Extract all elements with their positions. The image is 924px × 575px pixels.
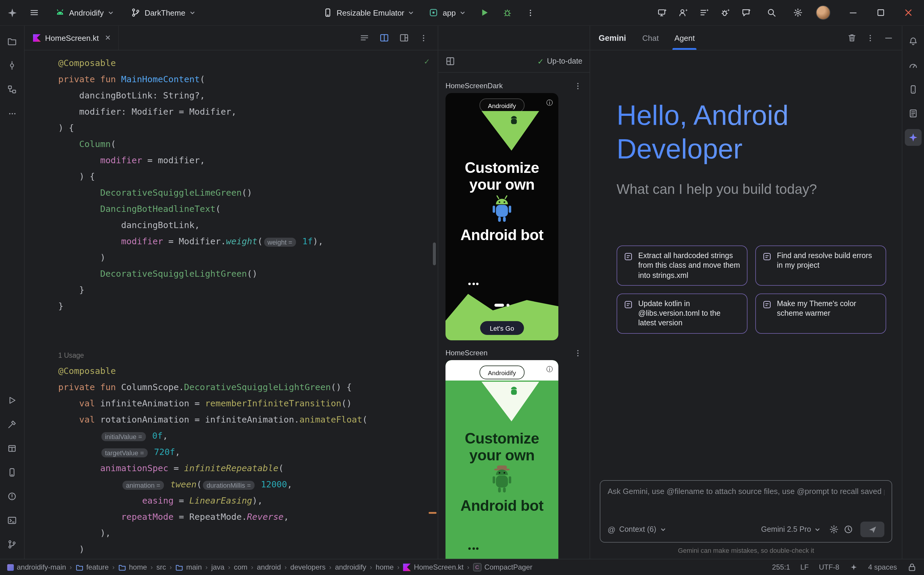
preview-options-icon[interactable]	[573, 348, 582, 357]
editor-scrollbar[interactable]	[433, 243, 436, 265]
history-icon[interactable]	[844, 524, 853, 534]
tool-device-manager-button[interactable]	[905, 81, 922, 98]
tool-package-button[interactable]	[3, 440, 21, 457]
gemini-options-icon[interactable]	[866, 33, 875, 42]
tool-device-mirror-button[interactable]	[3, 464, 21, 481]
preview-grid-icon[interactable]	[445, 56, 455, 66]
ai-bug-icon[interactable]	[720, 8, 730, 17]
tab-chat[interactable]: Chat	[641, 26, 661, 50]
info-icon: ⓘ	[546, 366, 553, 373]
preview-homescreen[interactable]: Androidify ⓘ Customize your own Android …	[445, 360, 558, 559]
delete-conversation-icon[interactable]	[847, 33, 857, 43]
breadcrumb-item[interactable]: HomeScreen.kt	[403, 563, 463, 572]
code-editor[interactable]: @Composableprivate fun MainHomeContent( …	[25, 51, 438, 559]
suggestion-text: Extract all hardcoded strings from this …	[638, 251, 740, 280]
tool-notifications-button[interactable]	[905, 33, 922, 50]
breadcrumb-item[interactable]: com	[234, 563, 247, 572]
minimize-window-button[interactable]	[845, 4, 862, 21]
device-selector[interactable]: Resizable Emulator	[318, 5, 418, 20]
android-head-icon	[55, 8, 65, 17]
decorative-dots	[468, 283, 479, 285]
tool-commit-button[interactable]	[3, 57, 21, 74]
editor-tabbar: HomeScreen.kt ✕	[25, 26, 438, 51]
project-selector[interactable]: Androidify	[51, 5, 118, 20]
suggestion-card[interactable]: Make my Theme's color scheme warmer	[755, 294, 886, 334]
preview-options-icon[interactable]	[573, 81, 582, 91]
ai-person-icon[interactable]	[678, 8, 688, 17]
user-avatar[interactable]	[816, 5, 830, 20]
tool-build-button[interactable]	[3, 416, 21, 433]
caret-position[interactable]: 255:1	[772, 563, 790, 572]
breadcrumb-item[interactable]: android	[257, 563, 281, 572]
preview-sync-status[interactable]: ✓ Up-to-date	[538, 57, 582, 66]
structure-view-icon[interactable]	[359, 33, 369, 43]
indent-setting[interactable]: 4 spaces	[868, 563, 897, 572]
preview-homescreendark[interactable]: Androidify ⓘ Customize your own Android …	[445, 93, 558, 340]
split-view-icon[interactable]	[379, 33, 389, 43]
file-encoding[interactable]: UTF-8	[819, 563, 839, 572]
tab-homescreen-kt[interactable]: HomeScreen.kt ✕	[25, 26, 119, 50]
more-actions-button[interactable]	[522, 4, 539, 21]
chevron-down-icon	[189, 9, 196, 16]
tool-problems-button[interactable]	[3, 488, 21, 505]
inspections-ok-icon[interactable]: ✓	[424, 56, 429, 66]
context-selector[interactable]: @ Context (6)	[608, 525, 666, 534]
folder-icon	[75, 563, 83, 571]
tool-logcat-button[interactable]	[905, 105, 922, 122]
breadcrumb-item[interactable]: java	[212, 563, 224, 572]
line-ending[interactable]: LF	[800, 563, 809, 572]
preview-layout-icon[interactable]	[399, 33, 409, 43]
android-bot-illustration	[445, 465, 558, 495]
breadcrumb-item[interactable]: androidify	[335, 563, 366, 572]
tool-terminal-button[interactable]	[3, 512, 21, 529]
breadcrumb-item[interactable]: feature	[75, 563, 109, 572]
search-everywhere-button[interactable]	[763, 4, 780, 21]
tool-project-folder-button[interactable]	[3, 33, 21, 50]
maximize-window-button[interactable]	[872, 4, 889, 21]
prompt-icon	[762, 252, 771, 261]
breadcrumb-item[interactable]: src	[156, 563, 166, 572]
tool-profiler-button[interactable]	[905, 57, 922, 74]
code-line: @Composable	[58, 363, 429, 379]
model-selector[interactable]: Gemini 2.5 Pro	[761, 525, 821, 534]
settings-gear-button[interactable]	[789, 4, 806, 21]
editor-layout-buttons	[359, 33, 438, 43]
prompt-settings-icon[interactable]	[829, 524, 839, 534]
gemini-prompt-box[interactable]: Ask Gemini, use @filename to attach sour…	[600, 480, 892, 543]
tool-more-button[interactable]	[3, 105, 21, 122]
ai-monitor-icon[interactable]	[657, 8, 667, 17]
breadcrumb-separator: ›	[205, 564, 207, 571]
run-button[interactable]	[476, 4, 493, 21]
suggestion-card[interactable]: Update kotlin in @libs.version.toml to t…	[617, 294, 747, 334]
breadcrumb-item[interactable]: main	[175, 563, 202, 572]
branch-selector[interactable]: DarkTheme	[127, 5, 200, 20]
lock-icon[interactable]	[907, 562, 917, 572]
suggestion-card[interactable]: Extract all hardcoded strings from this …	[617, 246, 747, 286]
suggestion-card[interactable]: Find and resolve build errors in my proj…	[755, 246, 886, 286]
breadcrumb-item[interactable]: CCompactPager	[473, 563, 532, 572]
tool-structure-button[interactable]	[3, 81, 21, 98]
preview-scroll-area[interactable]: HomeScreenDark Androidify ⓘ Customize yo…	[438, 73, 590, 559]
close-window-button[interactable]	[900, 4, 917, 21]
run-config-selector[interactable]: app	[425, 5, 470, 20]
breadcrumb-item[interactable]: androidify-main	[7, 563, 66, 572]
tool-run-button[interactable]	[3, 392, 21, 409]
breadcrumb-item[interactable]: home	[375, 563, 394, 572]
breadcrumb-item[interactable]: home	[118, 563, 147, 572]
ai-spark-icon[interactable]	[849, 563, 858, 572]
debug-button[interactable]	[499, 4, 516, 21]
breadcrumb-item[interactable]: developers	[290, 563, 325, 572]
tab-close-icon[interactable]: ✕	[105, 33, 111, 42]
hide-panel-icon[interactable]	[884, 33, 894, 43]
prompt-input[interactable]: Ask Gemini, use @filename to attach sour…	[608, 487, 884, 522]
tool-version-control-button[interactable]	[3, 536, 21, 553]
ai-toolbar-icons	[657, 8, 751, 17]
ai-chat-icon[interactable]	[741, 8, 751, 17]
tab-agent[interactable]: Agent	[673, 26, 697, 50]
send-button[interactable]	[860, 522, 884, 537]
tool-gemini-button[interactable]	[905, 129, 922, 146]
main-menu-button[interactable]	[26, 4, 43, 21]
device-icon	[323, 8, 332, 17]
editor-options-icon[interactable]	[419, 33, 428, 42]
ai-list-icon[interactable]	[700, 8, 709, 17]
